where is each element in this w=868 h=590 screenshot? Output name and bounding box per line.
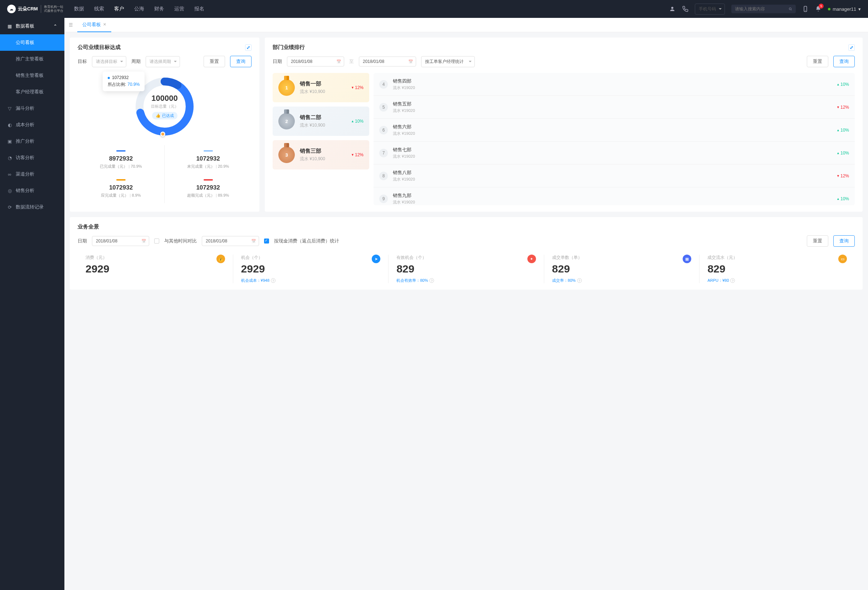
topnav-item[interactable]: 运营 <box>174 6 184 12</box>
help-icon[interactable]: ? <box>577 278 582 283</box>
sidebar-item[interactable]: 销售主管看板 <box>0 67 64 84</box>
rank-rest-item: 9销售九部流水 ¥19020▲10% <box>373 187 855 205</box>
svg-point-1 <box>789 8 791 10</box>
mobile-icon[interactable] <box>802 6 809 12</box>
sidebar-item[interactable]: ∞渠道分析 <box>0 166 64 182</box>
rank-rest-item: 6销售六部流水 ¥19020▲10% <box>373 119 855 141</box>
topnav: 数据线索客户公海财务运营报名 <box>74 6 204 12</box>
search-input[interactable] <box>735 6 788 12</box>
sidebar-item[interactable]: 公司看板 <box>0 34 64 51</box>
goal-total: 100000 <box>151 94 177 103</box>
bell-icon[interactable]: 5 <box>815 6 821 12</box>
topnav-item[interactable]: 线索 <box>94 6 104 12</box>
target-select[interactable]: 请选择目标 <box>92 56 126 67</box>
rank-top-item: 3销售三部流水 ¥10,900▼12% <box>273 140 369 169</box>
goal-title: 公司业绩目标达成 <box>78 44 121 51</box>
expand-icon[interactable]: ⤢ <box>245 44 251 51</box>
help-icon[interactable]: ? <box>730 278 735 283</box>
compare-label: 与其他时间对比 <box>164 238 197 244</box>
chevron-down-icon: ▾ <box>858 6 861 12</box>
chart-tooltip: 1072932 所占比例:70.9% <box>103 72 145 91</box>
medal-icon: 1 <box>278 79 295 96</box>
sidebar-item[interactable]: 推广主管看板 <box>0 51 64 67</box>
logo-icon: ☁ <box>7 4 16 13</box>
rank-top-item: 2销售二部流水 ¥10,900▲10% <box>273 107 369 136</box>
date-label: 日期 <box>273 58 282 65</box>
brand-name: 云朵CRM <box>18 6 38 12</box>
goal-card: 公司业绩目标达成 ⤢ 目标 请选择目标 周期 请选择周期 重置 查询 <box>70 38 260 212</box>
help-icon[interactable]: ? <box>430 278 434 283</box>
metric-icon: 💰 <box>217 255 225 263</box>
metric-item: ▦成交单数（单）829成交率：80% ? <box>544 255 700 283</box>
overview-date1[interactable]: 2018/01/08 <box>92 236 149 246</box>
phone-icon[interactable] <box>682 6 688 12</box>
target-label: 目标 <box>78 58 87 65</box>
metric-icon: ▦ <box>683 255 691 263</box>
rank-rest-item: 4销售四部流水 ¥19020▲10% <box>373 73 855 96</box>
dashboard-icon: ▦ <box>7 24 12 29</box>
overview-date2[interactable]: 2018/01/08 <box>202 236 259 246</box>
help-icon[interactable]: ? <box>271 278 276 283</box>
sidebar-item[interactable]: 客户经理看板 <box>0 84 64 100</box>
arrow-icon: ▼ <box>351 86 354 90</box>
user-icon[interactable] <box>669 6 676 12</box>
expand-icon[interactable]: ⤢ <box>848 44 855 51</box>
metric-icon: ➤ <box>372 255 380 263</box>
metric-item: ➤机会（个）2929机会成本：¥948 ? <box>233 255 389 283</box>
metric-item: ▭成交流水（元）829ARPU：¥80 ? <box>700 255 855 283</box>
sidebar-item[interactable]: ▽漏斗分析 <box>0 100 64 116</box>
close-icon[interactable]: ✕ <box>103 22 106 27</box>
goal-total-label: 目标总量（元） <box>151 104 179 109</box>
search-type-select[interactable]: 手机号码 <box>695 4 725 15</box>
compare-checkbox[interactable] <box>154 238 159 244</box>
thumbs-up-icon: 👍 <box>156 113 161 118</box>
cash-checkbox[interactable] <box>264 238 269 244</box>
query-button[interactable]: 查询 <box>833 235 855 247</box>
sidebar-item[interactable]: ◎销售分析 <box>0 182 64 199</box>
topnav-item[interactable]: 数据 <box>74 6 84 12</box>
sidebar-item[interactable]: ◔访客分析 <box>0 150 64 166</box>
rank-card: 部门业绩排行 ⤢ 日期 2018/01/08 至 2018/01/08 按工单客… <box>265 38 863 212</box>
date-from-input[interactable]: 2018/01/08 <box>287 56 344 66</box>
cash-label: 按现金消费（返点后消费）统计 <box>274 238 339 244</box>
nav-icon: ▣ <box>7 139 12 144</box>
query-button[interactable]: 查询 <box>230 56 251 67</box>
date-sep: 至 <box>349 58 354 65</box>
arrow-icon: ▲ <box>351 119 354 123</box>
reset-button[interactable]: 重置 <box>807 235 828 247</box>
user-menu[interactable]: manager11 ▾ <box>828 6 861 12</box>
reset-button[interactable]: 重置 <box>204 56 225 67</box>
topnav-item[interactable]: 客户 <box>114 6 124 12</box>
sidebar-item[interactable]: ⟳数据流转记录 <box>0 199 64 215</box>
arrow-icon: ▲ <box>837 82 840 86</box>
sidebar-item[interactable]: ▣推广分析 <box>0 133 64 150</box>
achieved-tag: 👍已达成 <box>152 112 177 119</box>
svg-point-0 <box>671 7 673 9</box>
topbar: ☁ 云朵CRM 教育机构一站式服务云平台 数据线索客户公海财务运营报名 手机号码… <box>0 0 868 18</box>
topnav-item[interactable]: 财务 <box>154 6 164 12</box>
rank-by-select[interactable]: 按工单客户经理统计 <box>421 56 475 67</box>
period-select[interactable]: 请选择周期 <box>146 56 180 67</box>
nav-icon: ∞ <box>7 172 12 177</box>
tab-company-board[interactable]: 公司看板 ✕ <box>77 18 111 32</box>
chevron-up-icon: ⌃ <box>53 24 57 29</box>
metric-item: 💰消费（元）2929 <box>78 255 233 283</box>
nav-icon: ⟳ <box>7 205 12 209</box>
arrow-icon: ▲ <box>837 128 840 132</box>
date-to-input[interactable]: 2018/01/08 <box>359 56 416 66</box>
arrow-icon: ▼ <box>837 106 840 109</box>
sidebar: ▦数据看板 ⌃ 公司看板推广主管看板销售主管看板客户经理看板 ▽漏斗分析◐成本分… <box>0 18 64 590</box>
tab-label: 公司看板 <box>82 21 101 28</box>
collapse-icon[interactable]: ☰ <box>69 22 73 28</box>
tabs-bar: ☰ 公司看板 ✕ <box>64 18 868 32</box>
logo: ☁ 云朵CRM 教育机构一站式服务云平台 <box>7 4 63 13</box>
search-icon[interactable] <box>788 6 792 12</box>
topnav-item[interactable]: 公海 <box>134 6 144 12</box>
reset-button[interactable]: 重置 <box>807 56 828 67</box>
sidebar-item[interactable]: ◐成本分析 <box>0 116 64 133</box>
sidebar-header[interactable]: ▦数据看板 ⌃ <box>0 18 64 34</box>
topnav-item[interactable]: 报名 <box>194 6 204 12</box>
status-dot <box>828 8 830 10</box>
date-label: 日期 <box>78 238 87 244</box>
query-button[interactable]: 查询 <box>833 56 855 67</box>
